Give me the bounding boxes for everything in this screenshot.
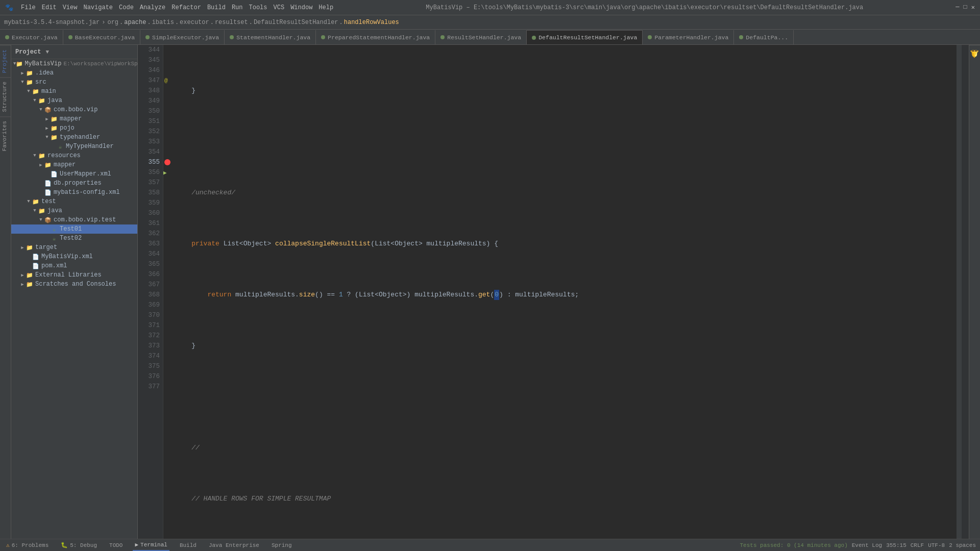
- vtab-structure[interactable]: Structure: [0, 77, 11, 116]
- bottom-tab-java-enterprise[interactable]: Java Enterprise: [207, 539, 261, 551]
- sidebar-header: Project ▼: [11, 45, 137, 59]
- menu-analyze[interactable]: Analyze: [140, 4, 165, 11]
- menu-run[interactable]: Run: [232, 4, 243, 11]
- menu-help[interactable]: Help: [318, 4, 333, 11]
- tree-mybatisvip-xml[interactable]: ▶ 📄 MyBatisVip.xml: [11, 252, 137, 261]
- res-mapper-icon: 📁: [44, 161, 52, 169]
- tree-mybatisvip[interactable]: ▼ 📁 MyBatisVip E:\workspace\VipWorkSpace…: [11, 59, 137, 68]
- vtab-notifications[interactable]: 🔔: [969, 45, 980, 62]
- mybatisvip-xml-icon: 📄: [32, 253, 40, 261]
- tab-defaultresultsethandler[interactable]: DefaultResultSetHandler.java: [527, 30, 643, 44]
- tree-main-java[interactable]: ▼ 📁 java: [11, 96, 137, 105]
- project-label: Project: [15, 48, 41, 56]
- bottom-tab-build[interactable]: Build: [178, 539, 199, 551]
- tab-statementhandler[interactable]: StatementHandler.java: [225, 30, 316, 44]
- code-editor[interactable]: } /unchecked/ private List<Object> colla…: [174, 45, 957, 539]
- tab-resultsethandler[interactable]: ResultSetHandler.java: [435, 30, 527, 44]
- event-log[interactable]: Event Log: [852, 542, 882, 548]
- tree-scratches[interactable]: ▶ 📁 Scratches and Consoles: [11, 280, 137, 289]
- title-bar-left: 🐾 File Edit View Navigate Code Analyze R…: [5, 4, 333, 12]
- tree-test[interactable]: ▼ 📁 test: [11, 197, 137, 206]
- typehandler-icon: 📁: [50, 133, 58, 141]
- mybatis-config-icon: 📄: [44, 188, 52, 196]
- close-button[interactable]: ✕: [971, 4, 975, 11]
- mapper-icon: 📁: [50, 115, 58, 123]
- menu-refactor[interactable]: Refactor: [172, 4, 201, 11]
- breadcrumb-app: mybatis-3.5.4-snapshot.jar: [4, 19, 100, 26]
- tree-mybatis-config[interactable]: ▶ 📄 mybatis-config.xml: [11, 188, 137, 197]
- tree-pojo[interactable]: ▶ 📁 pojo: [11, 123, 137, 133]
- vertical-scrollbar[interactable]: [957, 45, 962, 539]
- debug-icon: 🐛: [61, 542, 68, 548]
- tree-main[interactable]: ▼ 📁 main: [11, 87, 137, 96]
- tab-baseexecutor[interactable]: BaseExecutor.java: [63, 30, 140, 44]
- breadcrumb-org[interactable]: org: [107, 19, 118, 26]
- tree-typehandler[interactable]: ▼ 📁 typehandler: [11, 133, 137, 142]
- menu-navigate[interactable]: Navigate: [83, 4, 113, 11]
- tree-src[interactable]: ▼ 📁 src: [11, 78, 137, 87]
- tree-com-bobo-vip-test[interactable]: ▼ 📦 com.bobo.vip.test: [11, 215, 137, 224]
- tree-com-bobo-vip[interactable]: ▼ 📦 com.bobo.vip: [11, 105, 137, 114]
- breadcrumb-class[interactable]: DefaultResultSetHandler: [254, 19, 338, 26]
- tree-mapper[interactable]: ▶ 📁 mapper: [11, 114, 137, 123]
- usermapper-xml-icon: 📄: [50, 170, 58, 178]
- menu-tools[interactable]: Tools: [249, 4, 267, 11]
- minimize-button[interactable]: ─: [955, 4, 959, 11]
- bottom-tab-debug[interactable]: 🐛 5: Debug: [59, 539, 99, 551]
- indent: 2 spaces: [949, 542, 976, 548]
- tree-test01[interactable]: ▶ ☕ Test01: [11, 224, 137, 234]
- bottom-tab-problems[interactable]: ⚠ 6: Problems: [4, 539, 51, 551]
- code-container[interactable]: 344 345 346 347 348 349 350 351 352 353 …: [138, 45, 969, 539]
- tree-test-java[interactable]: ▼ 📁 java: [11, 206, 137, 215]
- test01-icon: ☕: [50, 225, 58, 233]
- menu-view[interactable]: View: [63, 4, 78, 11]
- crlf: CRLF: [911, 542, 924, 548]
- arrow-356: ▶: [163, 169, 167, 176]
- tree-resources[interactable]: ▼ 📁 resources: [11, 151, 137, 160]
- breadcrumb-apache[interactable]: apache: [124, 19, 146, 26]
- editor-area: 344 345 346 347 348 349 350 351 352 353 …: [138, 45, 969, 539]
- tab-parameterhandler[interactable]: ParameterHandler.java: [643, 30, 734, 44]
- encoding: UTF-8: [928, 542, 945, 548]
- breadcrumb-executor[interactable]: executor: [180, 19, 209, 26]
- menu-build[interactable]: Build: [207, 4, 226, 11]
- code-line-345: [176, 137, 957, 147]
- maximize-button[interactable]: □: [964, 4, 967, 11]
- line-numbers: 344 345 346 347 348 349 350 351 352 353 …: [138, 45, 163, 539]
- tree-usermapper-xml[interactable]: ▶ 📄 UserMapper.xml: [11, 169, 137, 179]
- menu-bar: File Edit View Navigate Code Analyze Ref…: [21, 4, 333, 11]
- vtab-project[interactable]: Project: [0, 45, 11, 77]
- tree-db-properties[interactable]: ▶ 📄 db.properties: [11, 179, 137, 188]
- breakpoint-355[interactable]: [164, 159, 170, 165]
- code-line-351: //: [176, 443, 957, 453]
- sidebar: Project ▼ ▼ 📁 MyBatisVip E:\workspace\Vi…: [11, 45, 138, 539]
- tree-test02[interactable]: ▶ ☕ Test02: [11, 234, 137, 243]
- test-java-icon: 📁: [38, 207, 46, 215]
- tree-external-libraries[interactable]: ▶ 📁 External Libraries: [11, 270, 137, 280]
- bottom-tab-terminal[interactable]: ▶ Terminal: [133, 539, 169, 551]
- tree-mytypehandler[interactable]: ▶ ☕ MyTypeHandler: [11, 142, 137, 151]
- menu-file[interactable]: File: [21, 4, 36, 11]
- tree-pom-xml[interactable]: ▶ 📄 pom.xml: [11, 261, 137, 270]
- breadcrumb-ibatis[interactable]: ibatis: [152, 19, 174, 26]
- menu-code[interactable]: Code: [119, 4, 134, 11]
- title-bar: 🐾 File Edit View Navigate Code Analyze R…: [0, 0, 980, 15]
- code-line-348: return multipleResults.size() == 1 ? (Li…: [176, 290, 957, 300]
- bottom-tab-todo[interactable]: TODO: [107, 539, 125, 551]
- tab-preparedstatementhandler[interactable]: PreparedStatementHandler.java: [316, 30, 435, 44]
- bottom-panel: ⚠ 6: Problems 🐛 5: Debug TODO ▶ Terminal…: [0, 539, 980, 551]
- vtab-favorites[interactable]: Favorites: [0, 116, 11, 155]
- tree-resources-mapper[interactable]: ▶ 📁 mapper: [11, 160, 137, 169]
- menu-window[interactable]: Window: [290, 4, 312, 11]
- bottom-tab-spring[interactable]: Spring: [270, 539, 294, 551]
- breadcrumb-method[interactable]: handleRowValues: [344, 19, 399, 26]
- menu-vcs[interactable]: VCS: [274, 4, 285, 11]
- tree-target[interactable]: ▶ 📁 target: [11, 243, 137, 252]
- tab-simpleexecutor[interactable]: SimpleExecutor.java: [140, 30, 225, 44]
- menu-edit[interactable]: Edit: [42, 4, 57, 11]
- breadcrumb-resultset[interactable]: resultset: [215, 19, 248, 26]
- tree-idea[interactable]: ▶ 📁 .idea: [11, 68, 137, 78]
- test-folder-icon: 📁: [32, 197, 40, 206]
- tab-executor[interactable]: Executor.java: [0, 30, 63, 44]
- tab-defaultpa[interactable]: DefaultPa...: [734, 30, 794, 44]
